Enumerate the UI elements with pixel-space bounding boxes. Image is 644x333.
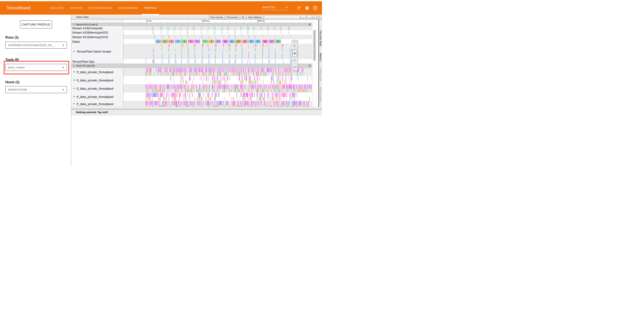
trace-event[interactable]: [255, 54, 256, 59]
trace-event[interactable]: [286, 105, 286, 107]
trace-event[interactable]: [256, 44, 256, 46]
trace-event[interactable]: [181, 84, 182, 89]
trace-event[interactable]: [214, 72, 214, 76]
trace-event[interactable]: [168, 44, 168, 48]
trace-event[interactable]: [202, 51, 203, 54]
trace-event[interactable]: [180, 76, 180, 80]
trace-event[interactable]: [247, 68, 248, 72]
step-block[interactable]: 13: [242, 40, 248, 43]
trace-event[interactable]: [254, 101, 254, 105]
trace-event[interactable]: [282, 101, 282, 105]
trace-event[interactable]: [174, 84, 175, 89]
trace-event[interactable]: [164, 72, 165, 76]
track-plot[interactable]: [124, 101, 312, 107]
trace-event[interactable]: [232, 105, 233, 107]
track-plot[interactable]: [124, 76, 312, 84]
trace-event[interactable]: [302, 89, 303, 92]
trace-event[interactable]: [292, 97, 292, 100]
trace-event[interactable]: [291, 84, 292, 89]
trace-event[interactable]: [176, 72, 176, 76]
trace-event[interactable]: [147, 97, 148, 100]
trace-event[interactable]: [298, 105, 298, 107]
trace-event[interactable]: [302, 84, 302, 89]
trace-event[interactable]: [259, 84, 259, 89]
trace-event[interactable]: [288, 72, 288, 76]
trace-event[interactable]: [302, 105, 302, 107]
trace-event[interactable]: [292, 101, 292, 105]
trace-event[interactable]: [245, 97, 246, 100]
trace-event[interactable]: [300, 89, 300, 92]
trace-event[interactable]: [162, 60, 162, 63]
trace-event[interactable]: [216, 76, 216, 80]
trace-event[interactable]: [202, 68, 203, 72]
trace-event[interactable]: [262, 48, 263, 51]
trace-event[interactable]: [154, 89, 155, 92]
trace-event[interactable]: [151, 72, 152, 76]
trace-event[interactable]: [274, 76, 274, 80]
trace-event[interactable]: [223, 76, 223, 80]
toolbar-button-view-options[interactable]: View Options: [246, 15, 264, 19]
trace-event[interactable]: [286, 101, 287, 105]
trace-event[interactable]: [175, 101, 175, 105]
trace-event[interactable]: [254, 44, 254, 46]
trace-event[interactable]: [183, 101, 184, 105]
trace-event[interactable]: [202, 60, 203, 63]
track-plot[interactable]: 0123456789101112131415161718: [124, 39, 312, 44]
trace-event[interactable]: [254, 72, 254, 76]
trace-event[interactable]: [259, 68, 260, 72]
trace-event[interactable]: [201, 89, 202, 92]
trace-event[interactable]: [229, 54, 230, 59]
trace-event[interactable]: [166, 26, 167, 30]
trace-event[interactable]: [176, 93, 176, 97]
trace-event[interactable]: [300, 105, 301, 107]
trace-event[interactable]: [240, 89, 240, 92]
trace-event[interactable]: [290, 93, 290, 97]
trace-event[interactable]: [215, 101, 215, 105]
trace-event[interactable]: [206, 68, 206, 72]
trace-event[interactable]: [252, 105, 252, 107]
collapse-triangle-icon[interactable]: ▼: [73, 103, 75, 105]
trace-event[interactable]: [174, 68, 175, 72]
trace-event[interactable]: [266, 84, 267, 89]
trace-event[interactable]: [154, 60, 155, 63]
trace-event[interactable]: [170, 105, 171, 107]
trace-event[interactable]: [160, 89, 161, 92]
trace-event[interactable]: [228, 84, 228, 89]
trace-event[interactable]: [240, 26, 241, 30]
trace-event[interactable]: [269, 51, 269, 54]
trace-event[interactable]: [162, 72, 163, 76]
trace-event[interactable]: [258, 80, 258, 84]
trace-event[interactable]: [155, 84, 156, 89]
trace-event[interactable]: [235, 44, 236, 48]
trace-event[interactable]: [198, 93, 200, 97]
trace-event[interactable]: [298, 76, 298, 80]
trace-event[interactable]: [195, 44, 196, 46]
trace-event[interactable]: [273, 101, 274, 105]
trace-event[interactable]: [178, 84, 179, 89]
trace-event[interactable]: [212, 80, 212, 84]
trace-event[interactable]: [186, 68, 186, 72]
trace-event[interactable]: [166, 68, 166, 72]
trace-event[interactable]: [170, 60, 170, 63]
trace-event[interactable]: [233, 101, 234, 105]
trace-event[interactable]: [299, 68, 300, 72]
trace-event[interactable]: [240, 105, 241, 107]
trace-event[interactable]: [221, 26, 221, 30]
trace-event[interactable]: [194, 89, 194, 92]
trace-event[interactable]: [270, 105, 272, 107]
trace-event[interactable]: [245, 101, 246, 105]
trace-event[interactable]: [300, 84, 301, 89]
trace-event[interactable]: [258, 89, 259, 92]
trace-event[interactable]: [234, 89, 234, 92]
trace-event[interactable]: [192, 93, 192, 97]
trace-event[interactable]: [205, 93, 205, 97]
trace-event[interactable]: [228, 76, 228, 80]
trace-event[interactable]: [224, 89, 224, 92]
trace-event[interactable]: [276, 101, 276, 105]
trace-event[interactable]: [259, 105, 259, 107]
trace-event[interactable]: [166, 84, 167, 89]
trace-event[interactable]: [237, 72, 238, 76]
trace-event[interactable]: [244, 101, 244, 105]
trace-event[interactable]: [242, 54, 242, 59]
trace-event[interactable]: [194, 68, 194, 72]
